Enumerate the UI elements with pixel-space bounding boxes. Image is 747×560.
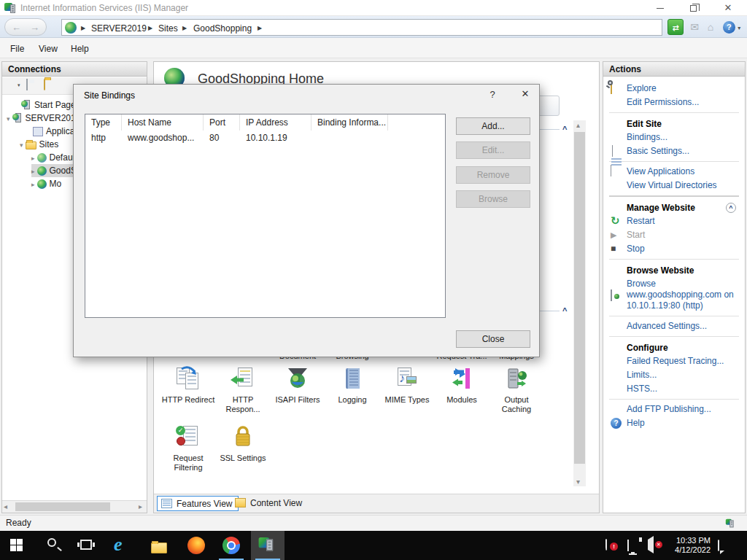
http-response-headers-icon [231, 366, 255, 391]
feature-logging[interactable]: Logging [325, 366, 380, 405]
dialog-close-icon[interactable]: ✕ [517, 88, 533, 101]
tray-date: 4/12/2022 [665, 545, 711, 555]
col-port[interactable]: Port [204, 114, 240, 131]
actions-group-manage-website: Manage Website^ [608, 200, 740, 214]
taskbar-internet-explorer[interactable]: e [107, 531, 140, 560]
section-collapse-icon[interactable]: ^ [562, 306, 567, 315]
breadcrumb-bar: ← → ▶ SERVER2019 ▶ Sites ▶ GoodShopping … [0, 16, 747, 38]
start-button[interactable] [0, 531, 34, 560]
firefox-icon [187, 537, 205, 554]
taskbar-iis-manager[interactable] [251, 531, 285, 560]
dropdown-icon: ▾ [738, 25, 740, 31]
close-dialog-button[interactable]: Close [456, 330, 530, 348]
taskbar-file-explorer[interactable] [143, 531, 177, 560]
crumb-sites[interactable]: Sites [158, 23, 178, 34]
remove-button: Remove [456, 166, 530, 184]
notifications-icon[interactable] [718, 540, 719, 551]
cell-binding-info[interactable] [311, 131, 388, 145]
start-icon: ▶ [611, 230, 622, 241]
tree-item-server[interactable]: ▾SERVER2019 [7, 112, 80, 125]
feature-mime-types[interactable]: ♪ MIME Types [379, 366, 435, 405]
connections-hscrollbar[interactable]: ◂ ▸ [2, 500, 147, 513]
section-collapse-icon[interactable]: ^ [562, 125, 567, 133]
logging-icon [340, 366, 365, 391]
actions-group-configure: Configure [608, 340, 740, 354]
content-vscrollbar[interactable]: ▴ ▾ [573, 120, 586, 486]
action-advanced-settings[interactable]: Advanced Settings... [608, 319, 740, 333]
action-help[interactable]: ?Help [608, 416, 740, 430]
tab-features-view[interactable]: Features View [157, 496, 239, 511]
action-view-virtual-directories[interactable]: View Virtual Directories [608, 179, 740, 192]
menu-view[interactable]: View [39, 44, 58, 54]
taskbar-firefox[interactable] [179, 531, 213, 560]
crumb-server[interactable]: SERVER2019 [91, 23, 147, 34]
tree-item-site-mo[interactable]: ▸Mo [31, 177, 61, 190]
clock[interactable]: 10:33 PM 4/12/2022 [665, 536, 711, 555]
action-explore[interactable]: Explore [608, 82, 740, 96]
cell-type[interactable]: http [85, 131, 122, 145]
col-binding-info[interactable]: Binding Informa... [311, 114, 388, 131]
iis-status-icon [726, 518, 736, 529]
back-icon[interactable]: ← [12, 22, 21, 33]
tab-content-view[interactable]: Content View [231, 496, 308, 511]
col-ip-address[interactable]: IP Address [240, 114, 311, 131]
action-hsts[interactable]: HSTS... [608, 382, 740, 396]
minimize-button[interactable] [648, 0, 673, 16]
menu-help[interactable]: Help [71, 44, 89, 54]
action-center-icon[interactable]: ! [605, 540, 607, 550]
close-button[interactable]: ✕ [716, 0, 740, 16]
col-type[interactable]: Type [85, 114, 122, 131]
file-explorer-icon [151, 542, 167, 553]
save-connections-icon[interactable] [26, 79, 39, 93]
network-icon[interactable] [627, 540, 629, 551]
cell-ip-address[interactable]: 10.10.1.19 [240, 131, 311, 145]
action-bindings[interactable]: Bindings... [608, 131, 740, 144]
action-add-ftp-publishing[interactable]: Add FTP Publishing... [608, 402, 740, 416]
ssl-settings-icon [231, 424, 255, 449]
action-basic-settings[interactable]: Basic Settings... [608, 144, 740, 158]
action-browse-site[interactable]: Browse www.goodshopping.com on 10.10.1.1… [608, 277, 740, 313]
action-view-applications[interactable]: View Applications [608, 165, 740, 179]
up-level-icon[interactable] [44, 79, 57, 93]
refresh-connection-icon[interactable]: ⇄ [667, 19, 684, 35]
edit-button: Edit... [456, 141, 530, 159]
feature-ssl-settings[interactable]: SSL Settings [215, 424, 271, 463]
feature-http-response[interactable]: HTTP Respon... [215, 366, 271, 414]
add-button[interactable]: Add... [456, 117, 530, 135]
tree-item-start-page[interactable]: Start Page [21, 98, 76, 112]
taskbar-chrome[interactable] [214, 531, 248, 560]
cell-host-name[interactable]: www.goodshop... [122, 131, 204, 145]
expander-icon: ▸ [31, 155, 35, 162]
connections-header: Connections [2, 62, 147, 77]
action-restart[interactable]: ↻Restart [608, 214, 740, 228]
feature-modules[interactable]: Modules [434, 366, 489, 405]
volume-muted-icon[interactable]: ✕ [648, 540, 654, 550]
action-failed-request-tracing[interactable]: Failed Request Tracing... [608, 354, 740, 368]
feature-isapi-filters[interactable]: ISAPI Filters [270, 366, 325, 405]
actions-header: Actions [603, 62, 745, 77]
tree-item-sites[interactable]: ▾Sites [20, 138, 58, 151]
feature-http-redirect[interactable]: HTTP Redirect [160, 366, 216, 405]
create-connection-icon[interactable]: ▾ [6, 79, 19, 93]
cell-port[interactable]: 80 [204, 131, 240, 145]
collapse-icon[interactable]: ^ [726, 203, 736, 213]
help-menu-button[interactable]: ? ▾ [721, 19, 743, 35]
action-edit-permissions[interactable]: Edit Permissions... [608, 96, 740, 109]
taskbar-search-button[interactable] [36, 531, 70, 560]
task-view-button[interactable] [70, 531, 104, 560]
feature-request-filtering[interactable]: ✓ Request Filtering [160, 424, 216, 472]
col-host-name[interactable]: Host Name [122, 114, 204, 131]
action-limits[interactable]: Limits... [608, 368, 740, 382]
status-bar: Ready [0, 515, 747, 531]
dialog-help-button[interactable]: ? [487, 89, 498, 101]
scroll-thumb [574, 132, 585, 464]
home-icon: ⌂ [703, 19, 719, 35]
breadcrumb[interactable]: ▶ SERVER2019 ▶ Sites ▶ GoodShopping ▶ [61, 19, 662, 36]
action-stop[interactable]: ■Stop [608, 242, 740, 256]
restore-button[interactable] [681, 0, 705, 16]
bindings-list[interactable]: Type Host Name Port IP Address Binding I… [85, 114, 446, 318]
menu-file[interactable]: File [10, 44, 24, 54]
crumb-site[interactable]: GoodShopping [193, 23, 252, 34]
feature-output-caching[interactable]: Output Caching [489, 366, 544, 414]
forward-icon[interactable]: → [30, 22, 39, 33]
